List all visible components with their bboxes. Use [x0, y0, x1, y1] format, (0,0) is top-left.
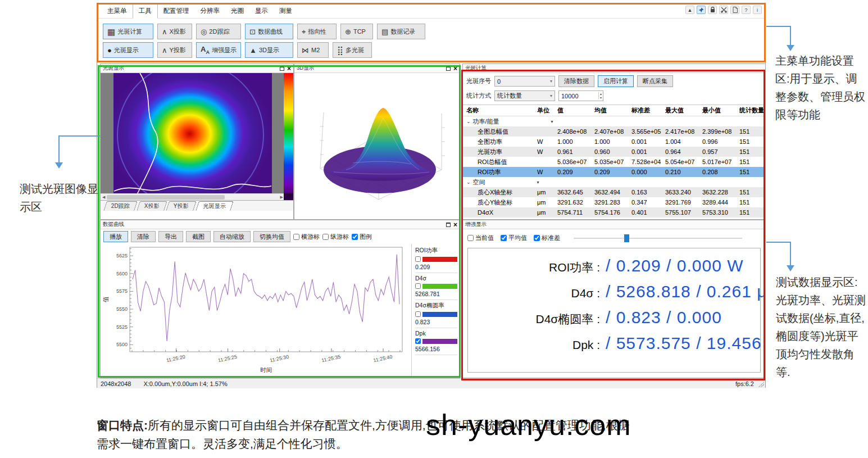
toolbar-button-3D显示[interactable]: ▲3D显示	[245, 42, 293, 58]
close-icon[interactable]: ×	[453, 221, 457, 228]
enable-calc-button[interactable]: 启用计算	[598, 75, 634, 87]
menu-item-显示[interactable]: 显示	[249, 4, 274, 18]
menu-item-分辨率[interactable]: 分辨率	[195, 4, 226, 18]
enhanced-checkbox-当前值[interactable]: 当前值	[467, 234, 494, 242]
checkbox[interactable]	[501, 235, 507, 241]
toolbar-button-光斑计算[interactable]: ▦光斑计算	[103, 24, 153, 39]
menu-item-配置管理[interactable]: 配置管理	[158, 4, 195, 18]
toolbar-button-光斑显示[interactable]: ●光斑显示	[103, 42, 153, 58]
legend-checkbox[interactable]	[415, 338, 421, 344]
readout-label: ROI功率 :	[468, 260, 600, 275]
table-group-row[interactable]: ⌄功率/能量▾	[463, 116, 765, 126]
collapse-icon[interactable]: ▲	[685, 6, 694, 14]
help-icon[interactable]: ?	[742, 6, 751, 14]
toolbar-button-Y投影[interactable]: ∧Y投影	[157, 42, 192, 58]
beam-image-area	[101, 73, 293, 202]
resolution-text: 2048x2048	[101, 380, 131, 387]
tab-光斑显示[interactable]: 光斑显示	[196, 201, 234, 211]
enhanced-slider[interactable]	[574, 234, 742, 242]
close-icon[interactable]: ×	[287, 65, 291, 72]
curve-button-播放[interactable]: 播放	[103, 231, 128, 242]
legend-checkbox[interactable]	[415, 283, 421, 289]
toolbar-button-M2[interactable]: ⋈M2	[297, 42, 329, 58]
curve-checkbox-图例[interactable]: 图例	[352, 233, 372, 241]
table-row[interactable]: 全图总幅值2.408e+082.407e+083.565e+052.417e+0…	[463, 126, 765, 137]
curve-button-导出[interactable]: 导出	[158, 231, 183, 242]
table-row[interactable]: D4σXμm5754.7115754.1760.4015755.1075753.…	[463, 207, 765, 217]
checkbox[interactable]	[534, 235, 540, 241]
enhanced-checkboxes: 当前值平均值标准差	[467, 234, 560, 242]
breakpoint-button[interactable]: 断点采集	[637, 75, 673, 87]
menu-item-测量[interactable]: 测量	[274, 4, 298, 18]
curve-button-自动缩放[interactable]: 自动缩放	[213, 231, 251, 242]
seq-select[interactable]: 0▾	[494, 76, 555, 87]
toolbar-row-2: ●光斑显示∧Y投影AA增强显示▲3D显示⋈M2⣿多光斑	[103, 42, 372, 58]
spinner-arrows-icon[interactable]: ▴▾	[598, 92, 603, 99]
legend-checkbox[interactable]	[415, 311, 421, 317]
table-row[interactable]: 全图功率W1.0001.0000.0011.0040.996151	[463, 137, 765, 147]
curve-button-切换均值[interactable]: 切换均值	[253, 231, 290, 242]
document-icon[interactable]	[730, 6, 739, 14]
collapse-caret-icon: ⌄	[466, 179, 471, 185]
float-icon[interactable]	[280, 66, 284, 71]
checkbox[interactable]	[352, 234, 358, 240]
enhanced-checkbox-标准差[interactable]: 标准差	[534, 234, 560, 242]
readout-label: Dpk :	[468, 338, 600, 352]
legend-checkbox[interactable]	[415, 256, 421, 262]
right-top-arrow-head	[787, 45, 794, 51]
readout-label: D4σ :	[468, 287, 600, 300]
tab-X投影[interactable]: X投影	[137, 201, 167, 211]
tab-2D跟踪[interactable]: 2D跟踪	[103, 201, 137, 211]
toolbar-button-2D跟踪[interactable]: ◎2D跟踪	[196, 24, 241, 39]
curve-checkbox-纵游标[interactable]: 纵游标	[322, 233, 349, 241]
horizontal-scrollbar[interactable]: ◀ ▶	[101, 193, 285, 200]
checkbox[interactable]	[293, 234, 299, 240]
toolbar-button-TCP[interactable]: ⊕TCP	[340, 24, 373, 39]
readout-value: / 0.209 / 0.000 W	[600, 256, 743, 275]
table-row[interactable]: 质心X轴坐标μm3632.6453632.4940.1633633.240363…	[463, 187, 765, 197]
table-group-row[interactable]: ⌄空间▾	[463, 177, 765, 187]
toolbar-button-数据曲线[interactable]: ⊡数据曲线	[245, 24, 293, 39]
clear-data-button[interactable]: 清除数据	[558, 75, 594, 87]
lock-icon[interactable]	[708, 6, 717, 14]
table-row[interactable]: ROI总幅值5.036e+075.035e+077.528e+045.054e+…	[463, 157, 765, 167]
column-header: 名称	[463, 106, 537, 115]
toolbar-button-指向性[interactable]: ⌖指向性	[297, 24, 337, 39]
stat-select[interactable]: 统计数量▾	[494, 90, 555, 101]
enhanced-checkbox-平均值[interactable]: 平均值	[501, 234, 527, 242]
toolbar-button-多光斑[interactable]: ⣿多光斑	[333, 42, 372, 58]
tab-Y投影[interactable]: Y投影	[166, 201, 197, 211]
readout-label: D4σ椭圆率 :	[468, 311, 600, 327]
menu-item-光圈[interactable]: 光圈	[225, 4, 249, 18]
tcp-globe-icon: ⊕	[345, 28, 351, 35]
readout-row: ROI功率 :/ 0.209 / 0.000 W	[468, 256, 760, 282]
table-row[interactable]: ROI功率W0.2090.2090.0000.2100.208151	[463, 167, 765, 177]
curve-button-清除[interactable]: 清除	[131, 231, 156, 242]
3d-display-icon: ▲	[249, 47, 257, 54]
readout-row: D4σ :/ 5268.818 / 0.261 μm	[468, 282, 760, 308]
curve-button-截图[interactable]: 截图	[186, 231, 211, 242]
panel-title: 数据曲线	[103, 221, 124, 228]
pin-icon[interactable]	[697, 6, 706, 14]
left-annotation: 测试光斑图像显示区	[20, 180, 105, 216]
toolbar-button-X投影[interactable]: ∧X投影	[157, 24, 192, 39]
info-icon[interactable]: i	[753, 6, 762, 14]
checkbox[interactable]	[467, 235, 474, 241]
table-row[interactable]: 质心Y轴坐标μm3291.6323291.2830.3473291.769328…	[463, 197, 765, 207]
count-spinner[interactable]: 10000 ▴▾	[558, 90, 603, 101]
scissors-icon[interactable]	[719, 6, 728, 14]
scrollbar-thumb[interactable]	[107, 195, 225, 199]
close-icon[interactable]: ×	[453, 65, 457, 72]
menu-item-主菜单[interactable]: 主菜单	[102, 4, 133, 18]
float-icon[interactable]	[446, 223, 451, 227]
menu-item-工具[interactable]: 工具	[133, 4, 158, 19]
slider-handle[interactable]	[624, 234, 629, 242]
toolbar-button-数据记录[interactable]: ▤数据记录	[377, 24, 425, 39]
table-row[interactable]: 光斑功率W0.9610.9600.0010.9640.957151	[463, 147, 765, 157]
svg-text:5550: 5550	[116, 306, 128, 312]
checkbox[interactable]	[322, 234, 329, 240]
curve-checkbox-横游标[interactable]: 横游标	[293, 233, 320, 241]
toolbar-button-增强显示[interactable]: AA增强显示	[196, 42, 241, 58]
float-icon[interactable]	[446, 66, 451, 71]
resize-grip[interactable]	[758, 382, 764, 387]
